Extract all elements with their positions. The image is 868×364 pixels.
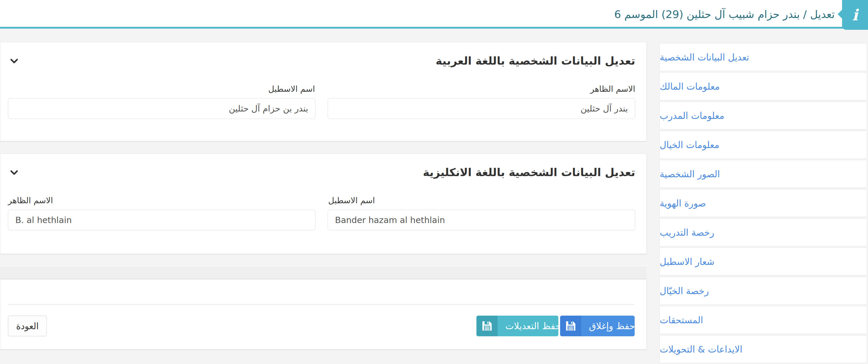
save-changes-button[interactable]: حفظ التعديلات [476,316,558,336]
header-bar: تعديل / بندر حزام شبيب آل حثلين (29) الم… [0,0,868,29]
chevron-down-icon [10,60,18,64]
sidebar-item-deposits-transfers[interactable]: الايداعات & التحويلات [659,335,867,363]
stable-name-input-ar[interactable] [8,98,315,119]
save-close-label: حفظ وإغلاق [581,316,634,336]
page-title: تعديل / بندر حزام شبيب آل حثلين (29) الم… [614,0,835,29]
sidebar-item-rider-info[interactable]: معلومات الخيال [659,131,867,159]
stable-name-label-ar: اسم الاسطبل [268,84,315,94]
floppy-save-icon [476,316,498,336]
chevron-down-icon [10,172,18,176]
stable-name-input-en[interactable] [328,210,635,230]
save-changes-label: حفظ التعديلات [498,316,558,336]
sidebar-item-trainer-info[interactable]: معلومات المدرب [659,102,867,130]
sidebar-item-training-license[interactable]: رخصة التدريب [659,218,867,246]
save-close-button[interactable]: حفظ وإغلاق [560,316,634,336]
card-arabic-title: تعديل البيانات الشخصية باللغة العربية [436,55,635,67]
sidebar-item-personal-photos[interactable]: الصور الشخصية [659,160,867,188]
card-english-title: تعديل البيانات الشخصية باللغة الانكليزية [423,166,635,179]
card-english-personal-data: تعديل البيانات الشخصية باللغة الانكليزية… [0,153,647,254]
arrow-left-notch [838,9,842,19]
screen: تعديل / بندر حزام شبيب آل حثلين (29) الم… [0,0,868,364]
card-arabic-personal-data: تعديل البيانات الشخصية باللغة العربية ال… [0,42,647,141]
card-actions: العودة حفظ التعديلات [0,279,647,349]
sidebar-item-edit-personal-data[interactable]: تعديل البيانات الشخصية [659,43,867,71]
sidebar-item-stable-logo[interactable]: شعار الاسطبل [659,248,867,276]
collapse-toggle-english[interactable] [9,169,19,177]
display-name-input-ar[interactable] [328,98,635,119]
sidebar: تعديل البيانات الشخصية معلومات المالك مع… [659,43,867,364]
display-name-label-ar: الاسم الظاهر [590,84,635,94]
divider [8,304,634,305]
back-button[interactable]: العودة [8,316,47,336]
collapse-toggle-arabic[interactable] [9,58,19,66]
collapsed-section-strip [0,266,647,279]
info-badge[interactable]: i [842,0,868,30]
sidebar-item-id-photo[interactable]: صورة الهوية [659,189,867,217]
stable-name-label-en: اسم الاسطبل [328,196,375,205]
display-name-input-en[interactable] [8,210,315,230]
floppy-save-icon [560,316,581,336]
sidebar-item-dues[interactable]: المستحقات [659,306,867,334]
display-name-label-en: الاسم الظاهر [8,196,53,205]
info-icon: i [852,7,858,23]
sidebar-item-rider-license[interactable]: رخصة الخيّال [659,277,867,305]
sidebar-item-owner-info[interactable]: معلومات المالك [659,72,867,100]
